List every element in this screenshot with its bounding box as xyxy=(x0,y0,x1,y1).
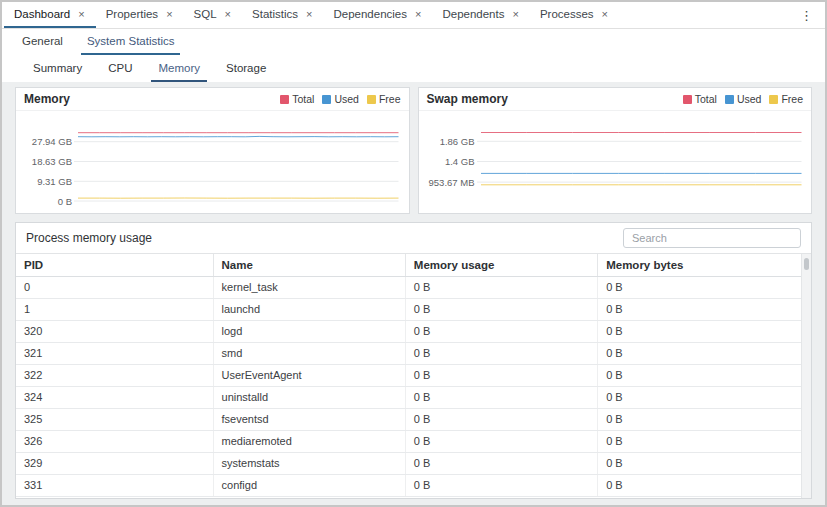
cell-pid: 322 xyxy=(16,364,213,386)
close-icon[interactable]: × xyxy=(77,9,85,20)
process-table: PIDNameMemory usageMemory bytes 0kernel_… xyxy=(16,254,801,497)
cell-memory-usage: 0 B xyxy=(405,474,597,496)
cell-name: uninstalld xyxy=(213,386,405,408)
dashboard-section-tab-bar: GeneralSystem Statistics xyxy=(2,29,825,55)
tab-dependencies[interactable]: Dependencies× xyxy=(323,2,432,28)
table-row[interactable]: 322UserEventAgent0 B0 B xyxy=(16,364,801,386)
document-tab-bar: Dashboard×Properties×SQL×Statistics×Depe… xyxy=(2,2,825,29)
tab-dashboard[interactable]: Dashboard× xyxy=(4,2,96,28)
tab-cpu[interactable]: CPU xyxy=(101,55,139,82)
cell-pid: 326 xyxy=(16,430,213,452)
close-icon[interactable]: × xyxy=(601,9,609,20)
search-input[interactable] xyxy=(623,228,801,248)
table-row[interactable]: 326mediaremoted0 B0 B xyxy=(16,430,801,452)
cell-pid: 321 xyxy=(16,342,213,364)
cell-memory-bytes: 0 B xyxy=(598,320,801,342)
cell-memory-usage: 0 B xyxy=(405,408,597,430)
cell-memory-usage: 0 B xyxy=(405,298,597,320)
close-icon[interactable]: × xyxy=(414,9,422,20)
tab-sql[interactable]: SQL× xyxy=(184,2,242,28)
table-row[interactable]: 0kernel_task0 B0 B xyxy=(16,276,801,298)
swap-chart-plot: 953.67 MB1.4 GB1.86 GB xyxy=(419,111,812,213)
cell-name: configd xyxy=(213,474,405,496)
column-header-pid[interactable]: PID xyxy=(16,254,213,276)
close-icon[interactable]: × xyxy=(165,9,173,20)
memory-chart-panel: Memory TotalUsedFree 0 B9.31 GB18.63 GB2… xyxy=(15,87,410,214)
process-table-titlebar: Process memory usage xyxy=(16,223,811,253)
legend-item-used: Used xyxy=(725,93,762,105)
tab-storage[interactable]: Storage xyxy=(219,55,273,82)
cell-pid: 324 xyxy=(16,386,213,408)
cell-name: logd xyxy=(213,320,405,342)
tab-dependents[interactable]: Dependents× xyxy=(432,2,529,28)
cell-name: launchd xyxy=(213,298,405,320)
chart-legend: TotalUsedFree xyxy=(683,93,803,105)
close-icon[interactable]: × xyxy=(305,9,313,20)
cell-memory-bytes: 0 B xyxy=(598,474,801,496)
cell-pid: 0 xyxy=(16,276,213,298)
column-header-memory-usage[interactable]: Memory usage xyxy=(405,254,597,276)
cell-memory-bytes: 0 B xyxy=(598,452,801,474)
cell-memory-usage: 0 B xyxy=(405,342,597,364)
cell-name: fseventsd xyxy=(213,408,405,430)
tab-statistics[interactable]: Statistics× xyxy=(242,2,323,28)
tab-processes[interactable]: Processes× xyxy=(530,2,619,28)
cell-name: systemstats xyxy=(213,452,405,474)
memory-statistics-content: Memory TotalUsedFree 0 B9.31 GB18.63 GB2… xyxy=(2,82,825,505)
tab-properties[interactable]: Properties× xyxy=(96,2,184,28)
table-row[interactable]: 324uninstalld0 B0 B xyxy=(16,386,801,408)
swap-chart-title: Swap memory xyxy=(427,92,508,106)
table-row[interactable]: 329systemstats0 B0 B xyxy=(16,452,801,474)
tab-label: Dashboard xyxy=(14,8,70,20)
cell-memory-bytes: 0 B xyxy=(598,430,801,452)
legend-swatch xyxy=(725,95,734,104)
column-header-name[interactable]: Name xyxy=(213,254,405,276)
tab-label: Dependents xyxy=(442,8,504,20)
close-icon[interactable]: × xyxy=(224,9,232,20)
legend-swatch xyxy=(683,95,692,104)
swap-line-chart xyxy=(419,111,812,213)
legend-swatch xyxy=(280,95,289,104)
memory-chart-title: Memory xyxy=(24,92,70,106)
close-icon[interactable]: × xyxy=(511,9,519,20)
cell-memory-usage: 0 B xyxy=(405,430,597,452)
tab-summary[interactable]: Summary xyxy=(26,55,89,82)
cell-memory-usage: 0 B xyxy=(405,320,597,342)
legend-item-total: Total xyxy=(683,93,717,105)
tab-label: SQL xyxy=(194,8,217,20)
legend-swatch xyxy=(322,95,331,104)
cell-name: kernel_task xyxy=(213,276,405,298)
pgadmin-dashboard-window: Dashboard×Properties×SQL×Statistics×Depe… xyxy=(0,0,827,507)
table-row[interactable]: 1launchd0 B0 B xyxy=(16,298,801,320)
kebab-menu-icon[interactable]: ⋮ xyxy=(794,6,819,25)
tab-label: Dependencies xyxy=(333,8,407,20)
cell-name: UserEventAgent xyxy=(213,364,405,386)
column-header-memory-bytes[interactable]: Memory bytes xyxy=(598,254,801,276)
process-table-grid: PIDNameMemory usageMemory bytes 0kernel_… xyxy=(16,253,811,498)
legend-item-free: Free xyxy=(367,93,401,105)
tab-general[interactable]: General xyxy=(16,29,69,55)
tab-memory[interactable]: Memory xyxy=(151,55,207,82)
process-memory-usage-panel: Process memory usage PIDNameMemory usage… xyxy=(15,222,812,499)
table-row[interactable]: 331configd0 B0 B xyxy=(16,474,801,496)
tab-system-statistics[interactable]: System Statistics xyxy=(81,29,181,55)
cell-pid: 1 xyxy=(16,298,213,320)
swap-chart-header: Swap memory TotalUsedFree xyxy=(419,88,812,111)
tab-label: Statistics xyxy=(252,8,298,20)
cell-memory-usage: 0 B xyxy=(405,452,597,474)
cell-memory-bytes: 0 B xyxy=(598,364,801,386)
cell-memory-bytes: 0 B xyxy=(598,276,801,298)
table-row[interactable]: 321smd0 B0 B xyxy=(16,342,801,364)
vertical-scrollbar[interactable] xyxy=(801,254,811,498)
cell-pid: 329 xyxy=(16,452,213,474)
process-table-body: 0kernel_task0 B0 B1launchd0 B0 B320logd0… xyxy=(16,276,801,496)
table-row[interactable]: 320logd0 B0 B xyxy=(16,320,801,342)
cell-memory-bytes: 0 B xyxy=(598,342,801,364)
memory-line-chart xyxy=(16,111,409,213)
cell-pid: 320 xyxy=(16,320,213,342)
memory-chart-header: Memory TotalUsedFree xyxy=(16,88,409,111)
scrollbar-thumb[interactable] xyxy=(804,258,809,270)
cell-memory-bytes: 0 B xyxy=(598,386,801,408)
cell-memory-bytes: 0 B xyxy=(598,408,801,430)
table-row[interactable]: 325fseventsd0 B0 B xyxy=(16,408,801,430)
